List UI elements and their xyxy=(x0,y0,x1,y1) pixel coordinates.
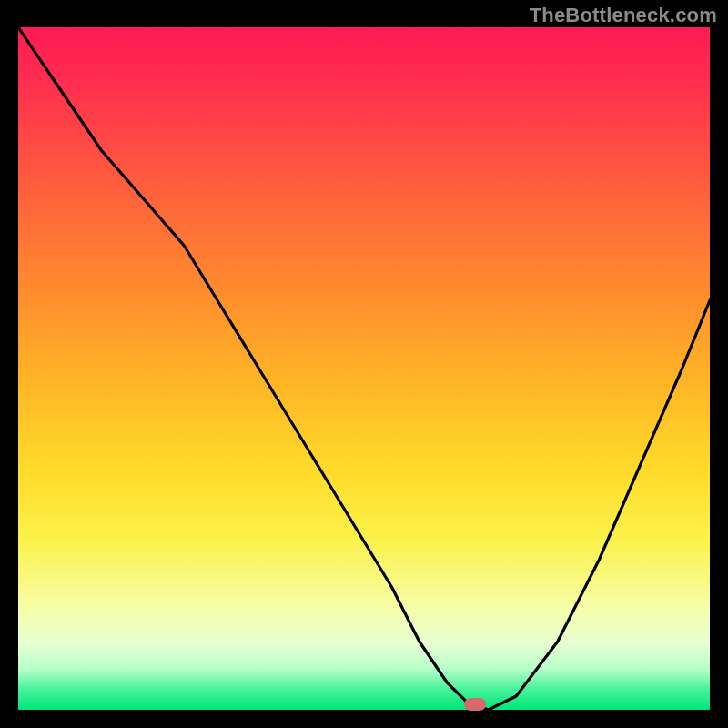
optimal-point-marker xyxy=(464,698,486,711)
chart-container: TheBottleneck.com xyxy=(0,0,728,728)
bottleneck-curve xyxy=(18,27,710,710)
watermark-text: TheBottleneck.com xyxy=(530,4,717,27)
plot-area xyxy=(18,27,710,710)
